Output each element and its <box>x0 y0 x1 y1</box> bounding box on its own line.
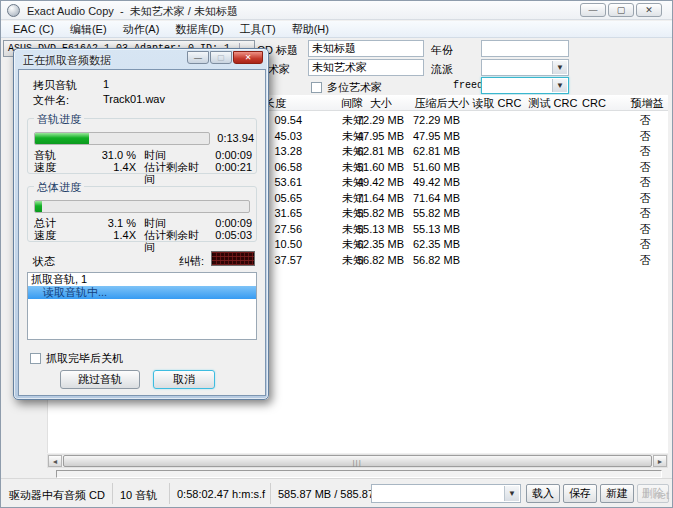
chevron-down-icon: ▼ <box>552 61 567 74</box>
table-cell: 62.81 MB <box>360 144 460 158</box>
cd-title-input[interactable] <box>308 40 424 57</box>
table-cell: 55.13 MB <box>360 222 460 236</box>
scrollbar-grip-icon: ||| <box>353 458 362 467</box>
table-cell: 51.60 MB <box>360 160 460 174</box>
dialog-titlebar: 正在抓取音频数据 — ▢ ✕ <box>14 49 268 69</box>
track-progress-value: 0:13.94 <box>217 132 254 144</box>
filename-label: 文件名: <box>33 93 69 108</box>
stat-label: 时间 <box>136 149 200 161</box>
stat-label: 总计 <box>34 217 74 229</box>
various-artists-checkbox[interactable]: 多位艺术家 <box>311 80 382 95</box>
dialog-body: 拷贝音轨 1 文件名: Track01.wav 音轨进度 0:13.94 音轨 … <box>18 69 266 396</box>
scrollbar-thumb[interactable]: ||| <box>63 455 652 467</box>
app-name: Exact Audio Copy <box>27 5 114 17</box>
scroll-right-arrow-icon[interactable]: ► <box>653 455 667 467</box>
ecc-label: 纠错: <box>179 254 204 269</box>
main-titlebar: Exact Audio Copy - 未知艺术家 / 未知标题 — ▢ ✕ <box>1 1 672 20</box>
title-separator: - <box>120 5 124 17</box>
scroll-left-arrow-icon[interactable]: ◄ <box>48 455 62 467</box>
stat-label: 估计剩余时间 <box>136 161 200 185</box>
stat-value: 1.4X <box>74 229 136 253</box>
freedb-combo[interactable]: ▼ <box>481 77 569 94</box>
bottom-progress-strip <box>56 470 662 478</box>
extraction-dialog: 正在抓取音频数据 — ▢ ✕ 拷贝音轨 1 文件名: Track01.wav 音… <box>13 48 269 400</box>
minimize-button[interactable]: — <box>580 3 606 17</box>
various-artists-label: 多位艺术家 <box>327 81 382 93</box>
menu-edit[interactable]: 编辑(E) <box>62 21 115 38</box>
total-size-text: 585.87 MB / 585.87 M <box>278 488 386 500</box>
year-input[interactable] <box>481 40 569 57</box>
track-progress-fill <box>35 133 89 144</box>
load-button[interactable]: 载入 <box>526 484 560 503</box>
menubar: EAC (C) 编辑(E) 动作(A) 数据库(D) 工具(T) 帮助(H) <box>1 21 672 38</box>
status-list-item-selected[interactable]: 读取音轨中... <box>28 286 256 299</box>
new-button[interactable]: 新建 <box>600 484 634 503</box>
skip-track-button[interactable]: 跳过音轨 <box>60 370 140 389</box>
filename-value: Track01.wav <box>103 93 165 105</box>
table-cell: 否 <box>595 175 673 189</box>
menu-help[interactable]: 帮助(H) <box>284 21 337 38</box>
column-header[interactable]: 大小 <box>292 96 392 110</box>
stat-value: 0:00:21 <box>200 161 252 185</box>
total-progress-fill <box>35 201 42 212</box>
stat-label: 速度 <box>34 229 74 253</box>
track-progress-bar <box>34 132 210 145</box>
table-cell: 49.42 MB <box>360 175 460 189</box>
maximize-button[interactable]: ▢ <box>608 3 634 17</box>
cancel-button[interactable]: 取消 <box>153 370 215 389</box>
track-progress-title: 音轨进度 <box>34 112 84 127</box>
statusbar-divider <box>169 483 170 504</box>
status-listbox[interactable]: 抓取音轨, 1 读取音轨中... <box>27 272 257 340</box>
dialog-maximize-button: ▢ <box>210 51 232 64</box>
watermark-text: net <box>654 489 669 501</box>
error-correction-indicator <box>211 251 255 266</box>
stat-value: 3.1 % <box>74 217 136 229</box>
dialog-close-button[interactable]: ✕ <box>233 51 263 64</box>
total-progress-bar <box>34 200 250 213</box>
menu-action[interactable]: 动作(A) <box>115 21 168 38</box>
table-cell: 否 <box>595 129 673 143</box>
genre-label: 流派 <box>431 62 453 77</box>
chevron-down-icon: ▼ <box>552 79 567 92</box>
track-count-text: 10 音轨 <box>120 488 157 503</box>
chevron-down-icon: ▼ <box>504 486 519 501</box>
save-button[interactable]: 保存 <box>563 484 597 503</box>
app-icon <box>7 4 20 17</box>
total-progress-title: 总体进度 <box>34 180 84 195</box>
profile-combo[interactable]: ▼ <box>371 484 521 503</box>
dialog-minimize-button[interactable]: — <box>187 51 209 64</box>
column-header[interactable]: 预增益 <box>597 96 673 110</box>
genre-combo[interactable]: ▼ <box>481 59 569 76</box>
stat-value: 0:05:03 <box>200 229 252 253</box>
table-cell: 否 <box>595 206 673 220</box>
table-cell: 否 <box>595 113 673 127</box>
menu-database[interactable]: 数据库(D) <box>167 21 231 38</box>
stat-label: 音轨 <box>34 149 74 161</box>
artist-input[interactable] <box>308 59 424 76</box>
status-label: 状态 <box>33 254 55 269</box>
main-window: Exact Audio Copy - 未知艺术家 / 未知标题 — ▢ ✕ EA… <box>0 0 673 508</box>
copy-track-value: 1 <box>103 78 109 90</box>
shutdown-label: 抓取完毕后关机 <box>46 352 123 364</box>
window-title: Exact Audio Copy - 未知艺术家 / 未知标题 <box>27 4 238 19</box>
stat-value: 0:00:09 <box>200 217 252 229</box>
stat-label: 估计剩余时间 <box>136 229 200 253</box>
status-list-item[interactable]: 抓取音轨, 1 <box>28 273 256 286</box>
drive-status-text: 驱动器中有音频 CD <box>9 488 105 503</box>
table-cell: 71.64 MB <box>360 191 460 205</box>
menu-tools[interactable]: 工具(T) <box>232 21 284 38</box>
table-cell: 否 <box>595 144 673 158</box>
table-cell: 62.35 MB <box>360 237 460 251</box>
table-cell: 72.29 MB <box>360 113 460 127</box>
checkbox-icon <box>30 353 41 364</box>
table-cell: 否 <box>595 222 673 236</box>
statusbar-divider <box>270 483 271 504</box>
table-cell: 56.82 MB <box>360 253 460 267</box>
menu-eac[interactable]: EAC (C) <box>5 22 62 36</box>
track-progress-group: 音轨进度 0:13.94 音轨 31.0 % 时间 0:00:09 速度 1.4… <box>27 118 257 174</box>
close-button[interactable]: ✕ <box>636 3 662 17</box>
checkbox-icon <box>311 82 322 93</box>
copy-track-label: 拷贝音轨 <box>33 78 77 93</box>
stat-label: 时间 <box>136 217 200 229</box>
shutdown-checkbox[interactable]: 抓取完毕后关机 <box>30 351 123 366</box>
